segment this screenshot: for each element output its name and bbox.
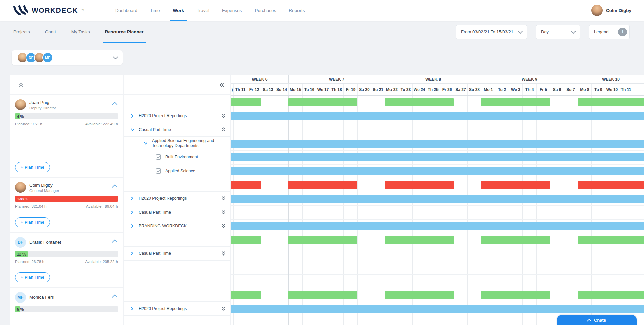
legend-button[interactable]: Legend i (589, 25, 630, 39)
nav-item-travel[interactable]: Travel (197, 0, 209, 21)
capacity-bar[interactable] (481, 98, 550, 106)
chevron-right-icon[interactable] (131, 196, 134, 200)
capacity-bar[interactable] (385, 98, 454, 106)
tab-projects[interactable]: Projects (13, 21, 30, 43)
collapse-panel-icon[interactable] (219, 82, 224, 87)
zoom-select[interactable]: Day (536, 25, 580, 39)
workdeck-logo-icon (13, 5, 28, 15)
capacity-bar[interactable] (385, 236, 454, 244)
collapse-person-icon[interactable] (112, 102, 118, 107)
week-header-week-6: WEEK 6 (231, 75, 288, 83)
collapse-all-people-icon[interactable] (18, 82, 24, 87)
capacity-bar[interactable] (578, 291, 644, 299)
tab-my-tasks[interactable]: My Tasks (71, 21, 90, 43)
tree-row-h2020-project-reportings[interactable]: H2020 Project Reportings (124, 302, 230, 316)
tree-row-applied-science-engineering-and-technology-departments[interactable]: Applied Science Engineering and Technolo… (124, 137, 230, 150)
workload-bar: 138 % (15, 196, 118, 202)
week-header-week-10: WEEK 10 (578, 75, 644, 83)
day-header-cell: Mo 1 (481, 84, 495, 95)
capacity-bar[interactable] (288, 181, 357, 189)
expand-all-icon[interactable] (221, 306, 226, 311)
capacity-bar[interactable] (231, 181, 261, 189)
tree-row-casual-part-time[interactable]: Casual Part Time (124, 205, 230, 219)
tree-row-empty (124, 288, 230, 302)
checkbox-icon[interactable] (156, 168, 161, 174)
task-allocation-bar[interactable] (231, 305, 644, 313)
capacity-bar[interactable] (578, 236, 644, 244)
chevron-right-icon[interactable] (131, 210, 134, 214)
date-range-value: From 03/02/21 To 15/03/21 (461, 29, 513, 34)
person-initials-avatar: MF (15, 292, 26, 303)
collapse-all-icon[interactable] (221, 127, 226, 132)
task-allocation-bar[interactable] (231, 112, 644, 120)
capacity-bar[interactable] (288, 236, 357, 244)
task-allocation-bar[interactable] (231, 167, 644, 175)
capacity-bar[interactable] (288, 98, 357, 106)
nav-item-reports[interactable]: Reports (289, 0, 305, 21)
tree-row-applied-science[interactable]: Applied Science (124, 164, 230, 178)
plan-time-button[interactable]: + Plan Time (15, 162, 50, 172)
timeline-grid (231, 96, 644, 325)
workload-bar: 4 % (15, 113, 118, 119)
collapse-person-icon[interactable] (112, 185, 118, 190)
day-header-cell: Su 14 (275, 84, 288, 95)
day-header-cell: Mo 15 (288, 84, 302, 95)
collapse-person-icon[interactable] (112, 240, 118, 245)
expand-all-icon[interactable] (221, 210, 226, 215)
task-allocation-bar[interactable] (231, 153, 644, 161)
capacity-bar[interactable] (288, 291, 357, 299)
capacity-bar[interactable] (578, 98, 644, 106)
team-selector[interactable]: DFMF (12, 50, 123, 65)
capacity-bar[interactable] (385, 291, 454, 299)
collapse-person-icon[interactable] (112, 295, 118, 300)
date-range-select[interactable]: From 03/02/21 To 15/03/21 (456, 25, 527, 39)
checkbox-icon[interactable] (156, 154, 161, 160)
capacity-bar[interactable] (481, 181, 550, 189)
info-icon[interactable]: i (618, 28, 627, 36)
timeline-row (231, 137, 644, 151)
week-header-row: WEEK 6WEEK 7WEEK 8WEEK 9WEEK 10 (231, 75, 644, 84)
chevron-right-icon[interactable] (131, 307, 134, 311)
task-allocation-bar[interactable] (231, 195, 644, 203)
task-allocation-bar[interactable] (231, 140, 644, 148)
chevron-right-icon[interactable] (131, 251, 134, 256)
capacity-bar[interactable] (481, 236, 550, 244)
nav-item-expenses[interactable]: Expenses (222, 0, 242, 21)
capacity-bar[interactable] (231, 291, 261, 299)
plan-time-button[interactable]: + Plan Time (15, 272, 50, 282)
chevron-right-icon[interactable] (131, 224, 134, 228)
nav-item-time[interactable]: Time (150, 0, 160, 21)
chevron-right-icon[interactable] (131, 114, 134, 118)
week-header-week-9: WEEK 9 (481, 75, 578, 83)
tree-row-built-environment[interactable]: Built Environment (124, 150, 230, 164)
capacity-bar[interactable] (578, 181, 644, 189)
tab-gantt[interactable]: Gantt (45, 21, 56, 43)
plan-time-button[interactable]: + Plan Time (15, 217, 50, 227)
tree-row-casual-part-time[interactable]: Casual Part Time (124, 247, 230, 261)
expand-all-icon[interactable] (221, 251, 226, 256)
nav-item-dashboard[interactable]: Dashboard (115, 0, 137, 21)
capacity-bar[interactable] (385, 181, 454, 189)
task-allocation-bar[interactable] (231, 222, 644, 230)
chevron-down-icon[interactable] (131, 128, 135, 131)
nav-item-work[interactable]: Work (173, 0, 184, 21)
capacity-bar[interactable] (231, 236, 261, 244)
user-menu[interactable]: Colm Digby (591, 5, 631, 16)
day-header-cell: We 3 (509, 84, 522, 95)
person-names: Drasik Fontanet (29, 237, 61, 245)
tab-resource-planner[interactable]: Resource Planner (105, 21, 144, 43)
chevron-down-icon[interactable] (144, 142, 148, 145)
tree-row-casual-part-time[interactable]: Casual Part Time (124, 123, 230, 137)
timeline-panel: WEEK 6WEEK 7WEEK 8WEEK 9WEEK 10 )Th 11Fr… (231, 75, 644, 325)
expand-all-icon[interactable] (221, 224, 226, 229)
capacity-bar[interactable] (481, 291, 550, 299)
expand-all-icon[interactable] (221, 113, 226, 119)
tree-row-h2020-project-reportings[interactable]: H2020 Project Reportings (124, 192, 230, 205)
tree-row-h2020-project-reportings[interactable]: H2020 Project Reportings (124, 109, 230, 123)
tree-row-branding-workdeck[interactable]: BRANDING WORKDECK (124, 219, 230, 233)
nav-item-purchases[interactable]: Purchases (255, 0, 276, 21)
chats-button[interactable]: Chats (557, 315, 637, 325)
capacity-bar[interactable] (231, 98, 261, 106)
expand-all-icon[interactable] (221, 196, 226, 201)
timeline-row (231, 151, 644, 165)
